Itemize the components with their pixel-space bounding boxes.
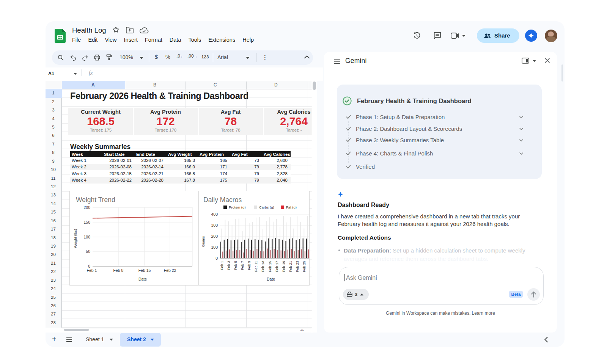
svg-text:200: 200 <box>83 205 90 210</box>
svg-text:100: 100 <box>83 235 90 239</box>
svg-text:Date: Date <box>267 277 275 281</box>
svg-text:Feb 8: Feb 8 <box>113 268 124 273</box>
svg-text:200: 200 <box>211 234 218 238</box>
svg-text:Feb 15: Feb 15 <box>268 261 272 272</box>
svg-text:Feb 13: Feb 13 <box>261 261 265 272</box>
svg-text:Feb 11: Feb 11 <box>254 261 258 272</box>
svg-text:Protein (g): Protein (g) <box>229 205 245 209</box>
svg-text:Daily Macros: Daily Macros <box>203 196 242 204</box>
svg-text:Fat (g): Fat (g) <box>286 205 297 209</box>
svg-text:Feb 5: Feb 5 <box>233 261 237 270</box>
svg-text:Feb 23: Feb 23 <box>295 261 299 272</box>
svg-text:Feb 1: Feb 1 <box>220 261 224 270</box>
svg-text:Feb 17: Feb 17 <box>275 261 279 272</box>
svg-text:Date: Date <box>138 277 147 281</box>
svg-text:150: 150 <box>83 220 90 224</box>
svg-text:Feb 7: Feb 7 <box>240 261 244 270</box>
svg-text:Feb 1: Feb 1 <box>87 268 97 273</box>
svg-text:Weight Trend: Weight Trend <box>76 196 115 204</box>
svg-text:Feb 21: Feb 21 <box>288 261 292 272</box>
svg-text:Weight (lbs): Weight (lbs) <box>73 229 77 248</box>
svg-text:0: 0 <box>215 256 218 260</box>
svg-text:Feb 3: Feb 3 <box>226 261 231 270</box>
svg-text:Carbs (g): Carbs (g) <box>259 205 274 209</box>
svg-text:100: 100 <box>211 245 218 249</box>
svg-text:50: 50 <box>86 249 90 254</box>
svg-text:Feb 19: Feb 19 <box>281 261 286 272</box>
svg-text:Feb 15: Feb 15 <box>138 268 151 273</box>
svg-text:Feb 22: Feb 22 <box>164 268 176 273</box>
svg-text:300: 300 <box>211 223 218 228</box>
svg-text:Grams: Grams <box>201 236 205 247</box>
svg-text:Feb 25: Feb 25 <box>302 261 306 272</box>
svg-text:Feb 9: Feb 9 <box>247 261 251 270</box>
svg-text:400: 400 <box>211 212 218 217</box>
